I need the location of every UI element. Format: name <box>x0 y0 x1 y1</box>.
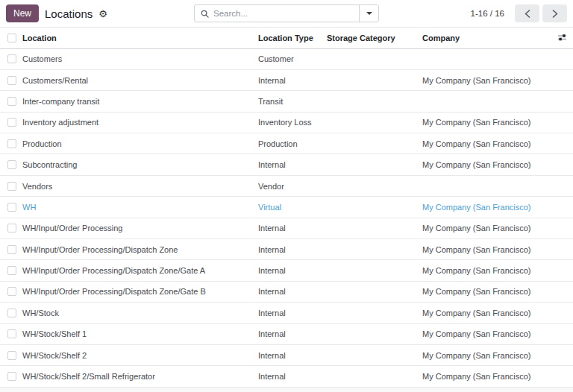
cell-storage-category[interactable] <box>327 323 422 344</box>
cell-location[interactable]: WH/Stock <box>22 303 258 323</box>
cell-location[interactable]: WH/Stock/Shelf 2/Small Refrigerator <box>22 366 258 387</box>
cell-location[interactable]: WH/Input/Order Processing/Dispatch Zone/… <box>22 260 258 281</box>
table-row[interactable]: SubcontractingInternalMy Company (San Fr… <box>0 154 573 175</box>
new-button[interactable]: New <box>6 4 39 22</box>
table-row[interactable]: WH/Stock/Shelf 2InternalMy Company (San … <box>0 344 573 365</box>
row-checkbox[interactable] <box>7 287 16 296</box>
row-checkbox[interactable] <box>7 54 16 63</box>
cell-location-type[interactable]: Transit <box>258 91 327 112</box>
search-input[interactable] <box>213 9 353 18</box>
cell-company[interactable] <box>422 91 555 112</box>
cell-location-type[interactable]: Vendor <box>258 175 327 196</box>
search-dropdown-toggle[interactable] <box>359 5 378 22</box>
gear-icon[interactable]: ⚙ <box>98 9 107 19</box>
cell-location-type[interactable]: Virtual <box>258 197 327 218</box>
row-checkbox[interactable] <box>7 245 16 254</box>
column-header-storage-category[interactable]: Storage Category <box>327 28 422 48</box>
cell-storage-category[interactable] <box>327 239 422 260</box>
cell-location[interactable]: WH <box>22 197 258 218</box>
table-row[interactable]: WH/Input/Order Processing/Dispatch ZoneI… <box>0 239 573 260</box>
cell-storage-category[interactable] <box>327 344 422 365</box>
cell-location[interactable]: WH/Stock/Shelf 1 <box>22 323 258 344</box>
row-checkbox[interactable] <box>7 329 16 338</box>
row-checkbox[interactable] <box>7 76 16 85</box>
table-row[interactable]: WH/Stock/Shelf 1InternalMy Company (San … <box>0 323 573 344</box>
cell-storage-category[interactable] <box>327 112 422 133</box>
row-checkbox[interactable] <box>7 182 16 191</box>
cell-storage-category[interactable] <box>327 69 422 90</box>
table-row[interactable]: CustomersCustomer <box>0 48 573 69</box>
cell-company[interactable]: My Company (San Francisco) <box>422 69 555 90</box>
row-checkbox[interactable] <box>7 203 16 212</box>
cell-storage-category[interactable] <box>327 154 422 175</box>
pager-previous-button[interactable] <box>515 4 539 22</box>
select-all-checkbox[interactable] <box>7 34 16 42</box>
cell-location-type[interactable]: Internal <box>258 260 327 281</box>
cell-company[interactable] <box>422 48 555 69</box>
column-header-location[interactable]: Location <box>22 28 258 48</box>
cell-location[interactable]: Inter-company transit <box>22 91 258 112</box>
cell-company[interactable]: My Company (San Francisco) <box>422 154 555 175</box>
cell-company[interactable]: My Company (San Francisco) <box>422 197 555 218</box>
cell-company[interactable]: My Company (San Francisco) <box>422 133 555 154</box>
table-row[interactable]: VendorsVendor <box>0 175 573 196</box>
cell-location[interactable]: WH/Input/Order Processing/Dispatch Zone/… <box>22 281 258 302</box>
cell-location-type[interactable]: Internal <box>258 344 327 365</box>
cell-location-type[interactable]: Production <box>258 133 327 154</box>
cell-storage-category[interactable] <box>327 48 422 69</box>
cell-location[interactable]: Customers/Rental <box>22 69 258 90</box>
cell-company[interactable]: My Company (San Francisco) <box>422 344 555 365</box>
cell-storage-category[interactable] <box>327 133 422 154</box>
table-row[interactable]: Inventory adjustmentInventory LossMy Com… <box>0 112 573 133</box>
row-checkbox[interactable] <box>7 309 16 317</box>
table-row[interactable]: WH/Input/Order ProcessingInternalMy Comp… <box>0 218 573 238</box>
optional-columns-button[interactable] <box>557 34 567 41</box>
column-header-location-type[interactable]: Location Type <box>258 28 327 48</box>
cell-location-type[interactable]: Internal <box>258 281 327 302</box>
cell-location-type[interactable]: Inventory Loss <box>258 112 327 133</box>
row-checkbox[interactable] <box>7 351 16 360</box>
row-checkbox[interactable] <box>7 160 16 169</box>
cell-location[interactable]: Vendors <box>22 175 258 196</box>
cell-company[interactable]: My Company (San Francisco) <box>422 366 555 387</box>
cell-company[interactable]: My Company (San Francisco) <box>422 239 555 260</box>
cell-storage-category[interactable] <box>327 260 422 281</box>
cell-storage-category[interactable] <box>327 175 422 196</box>
row-checkbox[interactable] <box>7 139 16 148</box>
cell-location-type[interactable]: Internal <box>258 239 327 260</box>
cell-location[interactable]: WH/Input/Order Processing/Dispatch Zone <box>22 239 258 260</box>
cell-company[interactable]: My Company (San Francisco) <box>422 260 555 281</box>
cell-company[interactable]: My Company (San Francisco) <box>422 303 555 323</box>
cell-location[interactable]: Inventory adjustment <box>22 112 258 133</box>
row-checkbox[interactable] <box>7 266 16 275</box>
table-row[interactable]: Inter-company transitTransit <box>0 91 573 112</box>
cell-location-type[interactable]: Internal <box>258 154 327 175</box>
cell-location[interactable]: WH/Stock/Shelf 2 <box>22 344 258 365</box>
cell-company[interactable]: My Company (San Francisco) <box>422 323 555 344</box>
row-checkbox[interactable] <box>7 224 16 233</box>
cell-location-type[interactable]: Customer <box>258 48 327 69</box>
cell-company[interactable]: My Company (San Francisco) <box>422 281 555 302</box>
table-row[interactable]: WH/Stock/Shelf 2/Small RefrigeratorInter… <box>0 366 573 387</box>
cell-location-type[interactable]: Internal <box>258 303 327 323</box>
column-header-company[interactable]: Company <box>422 28 555 48</box>
table-row[interactable]: WH/Input/Order Processing/Dispatch Zone/… <box>0 281 573 302</box>
table-row[interactable]: WHVirtualMy Company (San Francisco) <box>0 197 573 218</box>
cell-location-type[interactable]: Internal <box>258 323 327 344</box>
cell-location[interactable]: Subcontracting <box>22 154 258 175</box>
cell-location-type[interactable]: Internal <box>258 218 327 238</box>
row-checkbox[interactable] <box>7 372 16 381</box>
cell-company[interactable] <box>422 175 555 196</box>
row-checkbox[interactable] <box>7 118 16 127</box>
cell-company[interactable]: My Company (San Francisco) <box>422 112 555 133</box>
table-row[interactable]: WH/Input/Order Processing/Dispatch Zone/… <box>0 260 573 281</box>
cell-location-type[interactable]: Internal <box>258 366 327 387</box>
table-row[interactable]: ProductionProductionMy Company (San Fran… <box>0 133 573 154</box>
row-checkbox[interactable] <box>7 97 16 106</box>
cell-storage-category[interactable] <box>327 281 422 302</box>
table-row[interactable]: WH/StockInternalMy Company (San Francisc… <box>0 303 573 323</box>
table-row[interactable]: Customers/RentalInternalMy Company (San … <box>0 69 573 90</box>
cell-storage-category[interactable] <box>327 197 422 218</box>
cell-storage-category[interactable] <box>327 303 422 323</box>
cell-location[interactable]: Customers <box>22 48 258 69</box>
